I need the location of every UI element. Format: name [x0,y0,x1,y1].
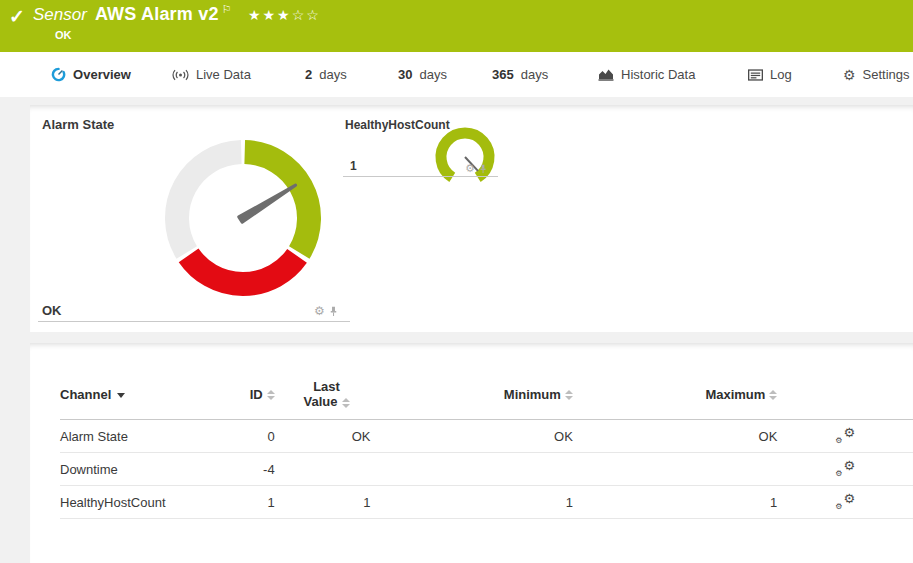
tab-2-days-number: 2 [305,67,312,82]
gauge-value-label: OK [42,303,62,318]
channels-panel: Channel ID Last Value Minimum Maximum [30,343,913,563]
column-header-actions [785,373,913,420]
tab-overview[interactable]: Overview [30,52,152,100]
column-header-last-value[interactable]: Last Value [283,373,379,420]
cell-maximum: OK [581,420,785,453]
pin-icon[interactable] [328,306,339,317]
column-header-last-label: Last [313,379,340,394]
column-header-maximum-label: Maximum [705,387,765,402]
gauge-tile-alarm-state[interactable]: Alarm State OK ⚙ [30,105,352,332]
sensor-kind-label: Sensor [33,5,87,25]
tab-365-days-label: days [521,67,548,82]
channel-settings-icon[interactable]: ⚙⚙ [835,492,855,510]
tab-live-data[interactable]: Live Data [172,52,251,97]
cell-minimum: 1 [378,486,580,519]
tab-2-days[interactable]: 2 days [305,52,347,97]
table-row: HealthyHostCount 1 1 1 1 ⚙⚙ [60,486,913,519]
gear-icon[interactable]: ⚙ [465,163,475,175]
broadcast-icon [172,69,189,81]
column-header-minimum-label: Minimum [504,387,561,402]
alarm-state-gauge [143,118,343,318]
tab-30-days-label: days [419,67,446,82]
tab-2-days-label: days [319,67,346,82]
column-header-id[interactable]: ID [243,373,283,420]
tab-historic-data[interactable]: Historic Data [598,52,695,97]
column-header-id-label: ID [250,387,263,402]
divider [343,176,498,177]
channels-table: Channel ID Last Value Minimum Maximum [60,373,913,519]
gauge-value-label: 1 [350,159,357,173]
table-header-row: Channel ID Last Value Minimum Maximum [60,373,913,420]
flag-icon[interactable]: ⚐ [222,3,232,16]
gauge-segment-ok [245,152,309,252]
sensor-header: ✓ Sensor AWS Alarm v2 ⚐ ★★★☆☆ OK [0,0,913,52]
tab-overview-label: Overview [73,67,131,82]
check-icon: ✓ [9,5,25,28]
tab-bar: Overview Live Data 2 days 30 days 365 da… [0,52,913,97]
sensor-status: OK [55,29,72,41]
healthy-host-count-gauge [433,123,497,187]
cell-id: 0 [243,420,283,453]
gauge-segment-alarm [189,255,297,284]
cell-minimum: OK [378,420,580,453]
cell-id: 1 [243,486,283,519]
cell-last-value: OK [283,420,379,453]
star-rating[interactable]: ★★★☆☆ [248,7,321,23]
gear-icon: ⚙ [835,502,842,511]
tab-settings[interactable]: ⚙ Settings [843,52,910,97]
gauges-panel: Alarm State OK ⚙ [30,105,913,332]
table-row: Alarm State 0 OK OK OK ⚙⚙ [60,420,913,453]
cell-last-value: 1 [283,486,379,519]
table-row: Downtime -4 ⚙⚙ [60,453,913,486]
tab-historic-data-label: Historic Data [621,67,695,82]
gauge-needle [239,182,298,222]
column-header-value-label: Value [304,394,338,409]
gear-icon: ⚙ [835,469,842,478]
cell-channel: Downtime [60,453,243,486]
gauge-title: Alarm State [42,117,114,132]
sort-icon [267,390,275,400]
sensor-title: AWS Alarm v2 [95,4,219,25]
content-area: Alarm State OK ⚙ [0,97,913,563]
gauge-tile-healthy-host-count[interactable]: HealthyHostCount 1 ⚙ [343,113,499,193]
tab-log[interactable]: Log [748,52,792,97]
column-header-channel-label: Channel [60,387,111,402]
channel-settings-icon[interactable]: ⚙⚙ [835,459,855,477]
tab-365-days-number: 365 [492,67,514,82]
cell-minimum [378,453,580,486]
tab-30-days-number: 30 [398,67,412,82]
tab-30-days[interactable]: 30 days [398,52,447,97]
divider [38,321,350,322]
column-header-maximum[interactable]: Maximum [581,373,785,420]
column-header-channel[interactable]: Channel [60,373,243,420]
area-chart-icon [598,68,614,81]
gear-icon: ⚙ [844,458,856,473]
sort-icon [565,390,573,400]
cell-last-value [283,453,379,486]
cell-channel: HealthyHostCount [60,486,243,519]
tab-log-label: Log [770,67,792,82]
cell-maximum [581,453,785,486]
gear-icon: ⚙ [844,425,856,440]
gear-icon: ⚙ [844,491,856,506]
gear-icon[interactable]: ⚙ [314,305,325,317]
cell-id: -4 [243,453,283,486]
column-header-minimum[interactable]: Minimum [378,373,580,420]
sort-icon [769,390,777,400]
caret-down-icon [117,393,125,398]
tab-live-data-label: Live Data [196,67,251,82]
cell-maximum: 1 [581,486,785,519]
tab-365-days[interactable]: 365 days [492,52,548,97]
sort-icon [342,398,350,408]
gear-icon: ⚙ [843,67,856,83]
tab-settings-label: Settings [863,67,910,82]
pin-icon[interactable] [478,164,488,174]
log-icon [748,69,763,81]
gauge-segment-nodata [177,152,241,252]
gauge-icon [51,67,66,82]
gear-icon: ⚙ [835,436,842,445]
channel-settings-icon[interactable]: ⚙⚙ [835,426,855,444]
cell-channel: Alarm State [60,420,243,453]
